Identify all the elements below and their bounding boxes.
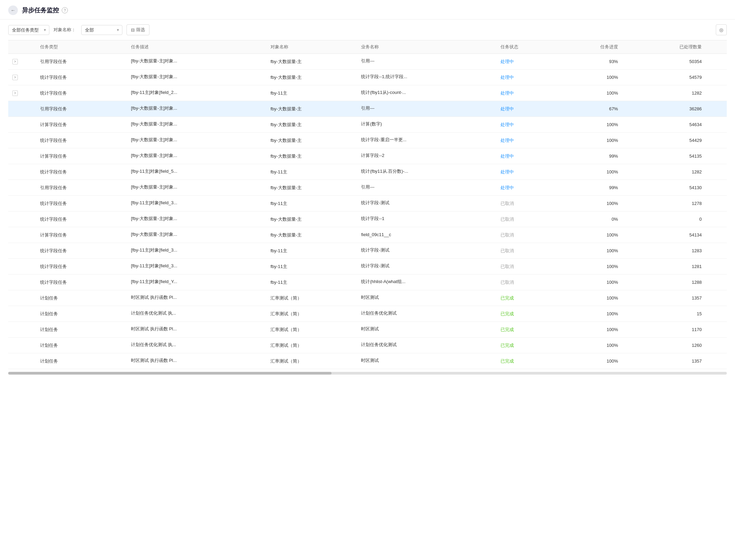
horizontal-scrollbar-thumb[interactable] [8, 372, 332, 375]
cell-progress: 67% [552, 101, 622, 117]
cell-biz: 计算字段--2 [357, 148, 496, 164]
cell-desc: 计划任务优化测试 执... [127, 338, 266, 353]
cell-extra [706, 306, 727, 322]
table-row[interactable]: 计划任务计划任务优化测试 执...汇率测试（简）计划任务优化测试已完成100%1… [8, 306, 727, 322]
table-row[interactable]: 统计字段任务[fby-11主]对象[field_3...fby-11主统计字段-… [8, 259, 727, 275]
cell-extra [706, 101, 727, 117]
cell-progress: 100% [552, 164, 622, 180]
cell-biz: 统计字段--1,统计字段... [357, 70, 496, 85]
col-header-biz: 业务名称 [357, 40, 496, 54]
cell-biz: 引用--- [357, 101, 496, 117]
cell-type: 计划任务 [36, 322, 127, 338]
table-row[interactable]: 统计字段任务[fby-11主]对象[field_5...fby-11主统计(fb… [8, 164, 727, 180]
cell-extra [706, 353, 727, 369]
table-row[interactable]: 计算字段任务[fby-大数据量-主]对象...fby-大数据量-主field_0… [8, 227, 727, 243]
cell-status: 处理中 [496, 101, 552, 117]
table-row[interactable]: 统计字段任务[fby-11主]对象[field_3...fby-11主统计字段-… [8, 243, 727, 259]
object-select[interactable]: 全部 [81, 25, 122, 35]
cell-extra [706, 290, 727, 306]
cell-status: 已取消 [496, 275, 552, 290]
table-row[interactable]: 统计字段任务[fby-大数据量-主]对象...fby-大数据量-主统计字段--1… [8, 211, 727, 227]
expand-button[interactable]: > [12, 90, 18, 96]
cell-count: 1278 [622, 196, 706, 211]
cell-progress: 93% [552, 54, 622, 70]
cell-obj: fby-大数据量-主 [266, 70, 357, 85]
expand-cell: > [8, 85, 36, 101]
cell-count: 50354 [622, 54, 706, 70]
expand-cell [8, 322, 36, 338]
cell-desc: [fby-11主]对象[field_3... [127, 196, 266, 211]
cell-obj: fby-大数据量-主 [266, 211, 357, 227]
table-row[interactable]: 计划任务时区测试 执行函数 Pl...汇率测试（简）时区测试已完成100%117… [8, 322, 727, 338]
cell-extra [706, 85, 727, 101]
cell-status: 处理中 [496, 85, 552, 101]
cell-progress: 100% [552, 306, 622, 322]
cell-status: 已完成 [496, 353, 552, 369]
cell-status: 处理中 [496, 133, 552, 148]
expand-cell [8, 180, 36, 196]
back-button[interactable]: ← [8, 5, 18, 15]
toolbar: 全部任务类型 ▼ 对象名称： 全部 ▼ ⊟ 筛选 ◎ [0, 20, 735, 40]
cell-count: 1357 [622, 353, 706, 369]
cell-count: 54579 [622, 70, 706, 85]
cell-desc: [fby-大数据量-主]对象... [127, 133, 266, 148]
table-row[interactable]: 计算字段任务[fby-大数据量-主]对象...fby-大数据量-主计算(数字)处… [8, 117, 727, 133]
table-row[interactable]: >统计字段任务[fby-大数据量-主]对象...fby-大数据量-主统计字段--… [8, 70, 727, 85]
cell-progress: 100% [552, 117, 622, 133]
cell-count: 1281 [622, 259, 706, 275]
header: ← 异步任务监控 ? [0, 0, 735, 20]
status-badge: 已取消 [501, 248, 514, 253]
expand-button[interactable]: > [12, 75, 18, 80]
expand-button[interactable]: > [12, 59, 18, 64]
cell-progress: 100% [552, 275, 622, 290]
table-row[interactable]: 计算字段任务[fby-大数据量-主]对象...fby-大数据量-主计算字段--2… [8, 148, 727, 164]
cell-type: 引用字段任务 [36, 101, 127, 117]
cell-count: 1282 [622, 85, 706, 101]
table-row[interactable]: 引用字段任务[fby-大数据量-主]对象...fby-大数据量-主引用---处理… [8, 180, 727, 196]
expand-cell [8, 227, 36, 243]
cell-progress: 100% [552, 259, 622, 275]
cell-type: 计划任务 [36, 338, 127, 353]
cell-type: 统计字段任务 [36, 259, 127, 275]
cell-type: 计算字段任务 [36, 227, 127, 243]
table-row[interactable]: 计划任务计划任务优化测试 执...汇率测试（简）计划任务优化测试已完成100%1… [8, 338, 727, 353]
cell-desc: [fby-大数据量-主]对象... [127, 70, 266, 85]
cell-type: 统计字段任务 [36, 243, 127, 259]
cell-count: 1282 [622, 164, 706, 180]
table-row[interactable]: 计划任务时区测试 执行函数 Pl...汇率测试（简）时区测试已完成100%135… [8, 353, 727, 369]
table-row[interactable]: >引用字段任务[fby-大数据量-主]对象...fby-大数据量-主引用---处… [8, 54, 727, 70]
cell-extra [706, 211, 727, 227]
cell-progress: 100% [552, 290, 622, 306]
refresh-button[interactable]: ◎ [716, 24, 727, 35]
status-badge: 处理中 [501, 154, 514, 159]
cell-extra [706, 164, 727, 180]
cell-obj: 汇率测试（简） [266, 290, 357, 306]
cell-progress: 100% [552, 70, 622, 85]
table-container: 任务类型 任务描述 对象名称 业务名称 任务状态 任务进度 已处理数量 >引用字… [0, 40, 735, 369]
cell-type: 计划任务 [36, 290, 127, 306]
cell-type: 统计字段任务 [36, 133, 127, 148]
cell-biz: 统计字段--1 [357, 211, 496, 227]
help-icon[interactable]: ? [62, 7, 68, 13]
cell-desc: [fby-11主]对象[field_5... [127, 164, 266, 180]
filter-button[interactable]: ⊟ 筛选 [126, 24, 149, 35]
table-row[interactable]: 计划任务时区测试 执行函数 Pl...汇率测试（简）时区测试已完成100%135… [8, 290, 727, 306]
task-type-select[interactable]: 全部任务类型 [8, 25, 49, 35]
table-row[interactable]: >统计字段任务[fby-11主]对象[field_2...fby-11主统计(f… [8, 85, 727, 101]
table-row[interactable]: 统计字段任务[fby-11主]对象[field_3...fby-11主统计字段-… [8, 196, 727, 211]
cell-obj: 汇率测试（简） [266, 338, 357, 353]
cell-status: 已完成 [496, 338, 552, 353]
table-header-row: 任务类型 任务描述 对象名称 业务名称 任务状态 任务进度 已处理数量 [8, 40, 727, 54]
status-badge: 已完成 [501, 327, 514, 332]
cell-desc: [fby-大数据量-主]对象... [127, 180, 266, 196]
cell-progress: 100% [552, 227, 622, 243]
status-badge: 处理中 [501, 122, 514, 127]
cell-obj: fby-11主 [266, 164, 357, 180]
table-row[interactable]: 统计字段任务[fby-11主]对象[field_Y...fby-11主统计(hh… [8, 275, 727, 290]
status-badge: 处理中 [501, 75, 514, 80]
cell-obj: 汇率测试（简） [266, 353, 357, 369]
table-row[interactable]: 引用字段任务[fby-大数据量-主]对象...fby-大数据量-主引用---处理… [8, 101, 727, 117]
table-row[interactable]: 统计字段任务[fby-大数据量-主]对象...fby-大数据量-主统计字段-重启… [8, 133, 727, 148]
cell-desc: [fby-11主]对象[field_3... [127, 243, 266, 259]
cell-biz: 统计字段-重启一半更... [357, 133, 496, 148]
